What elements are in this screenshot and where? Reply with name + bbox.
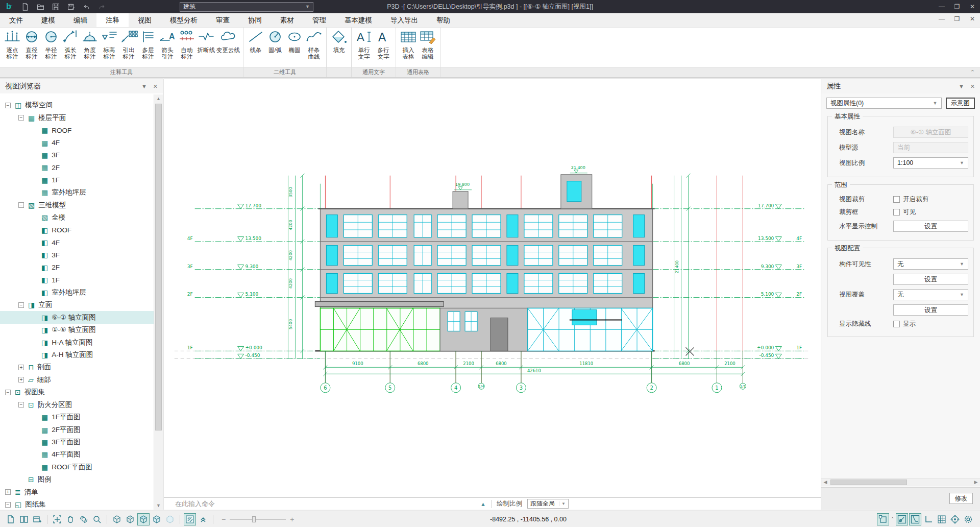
menu-item-注释[interactable]: 注释 <box>96 13 129 27</box>
tree-item-防火分区图[interactable]: −⊡防火分区图 <box>0 399 154 411</box>
panel-menu-icon[interactable]: ▼ <box>141 83 147 90</box>
tool-line-button[interactable]: 线条 <box>246 29 265 54</box>
tile-views-icon[interactable] <box>18 513 30 525</box>
tool-spline-button[interactable]: 样条 曲线 <box>304 29 324 60</box>
tool-dim-point-button[interactable]: 逐点 标注 <box>3 29 22 60</box>
collapse-icon[interactable]: − <box>18 302 24 308</box>
tree-item-1F[interactable]: ▦1F <box>0 174 154 186</box>
panel-close-icon[interactable]: ✕ <box>970 83 975 90</box>
tree-item-图例[interactable]: ⊟图例 <box>0 473 154 486</box>
hidden-line-mode-icon[interactable] <box>124 513 136 525</box>
tree-item-①-⑥ 轴立面图[interactable]: ◨①-⑥ 轴立面图 <box>0 324 154 336</box>
open-file-icon[interactable] <box>33 1 48 12</box>
tool-hatch-button[interactable]: 填充 <box>329 29 349 54</box>
tree-item-楼层平面[interactable]: −▦楼层平面 <box>0 111 154 124</box>
scroll-down-icon[interactable]: ▼ <box>154 501 163 510</box>
tree-item-室外地坪层[interactable]: ▦室外地坪层 <box>0 186 154 199</box>
tree-item-剖面[interactable]: +⊓剖面 <box>0 361 154 373</box>
scroll-right-icon[interactable]: ▶ <box>972 478 980 486</box>
shaded-mode-icon[interactable] <box>137 513 150 525</box>
panel-menu-icon[interactable]: ▼ <box>959 83 964 90</box>
panel-close-icon[interactable]: ✕ <box>153 83 158 90</box>
polar-tracking-icon[interactable] <box>896 513 908 525</box>
tree-item-细部[interactable]: +▱细部 <box>0 374 154 386</box>
property-type-dropdown[interactable]: 视图属性(0) ▼ <box>826 98 942 109</box>
settings-gear-icon[interactable] <box>962 513 974 525</box>
tool-text-single-button[interactable]: A单行 文字 <box>354 29 374 60</box>
command-history-expand-icon[interactable]: ▲ <box>480 501 486 507</box>
tool-text-multi-button[interactable]: A多行 文字 <box>374 29 393 60</box>
tree-item-ROOF平面图[interactable]: ▦ROOF平面图 <box>0 461 154 473</box>
pan-icon[interactable] <box>64 513 77 525</box>
zoom-out-icon[interactable]: − <box>222 515 226 523</box>
tree-item-三维模型[interactable]: −▧三维模型 <box>0 199 154 211</box>
undo-icon[interactable] <box>79 1 94 12</box>
tree-item-4F[interactable]: ◧4F <box>0 236 154 249</box>
tree-item-2F平面图[interactable]: ▦2F平面图 <box>0 423 154 436</box>
collapse-icon[interactable]: − <box>18 115 24 121</box>
zoom-slider[interactable]: − + <box>222 515 294 523</box>
realistic-mode-icon[interactable] <box>164 513 176 525</box>
tool-ellipse-button[interactable]: 椭圆 <box>285 29 304 54</box>
zoom-in-icon[interactable]: + <box>290 515 294 523</box>
new-view-icon[interactable] <box>5 513 17 525</box>
tool-dim-leader-button[interactable]: 引出 标注 <box>119 29 138 60</box>
new-window-icon[interactable] <box>31 513 43 525</box>
line-style-toggle-icon[interactable] <box>184 513 196 525</box>
schematic-button[interactable]: 示意图 <box>946 98 975 109</box>
tool-dim-radius-button[interactable]: 半径 标注 <box>41 29 61 60</box>
drawing-canvas[interactable]: 17.70017.70013.5004F13.5004F9.3003F9.300… <box>164 79 821 497</box>
tool-dim-diameter-button[interactable]: 直径 标注 <box>22 29 41 60</box>
menu-item-视图[interactable]: 视图 <box>129 13 161 27</box>
menu-item-基本建模[interactable]: 基本建模 <box>335 13 381 27</box>
tree-item-2F[interactable]: ◧2F <box>0 261 154 274</box>
menu-item-协同[interactable]: 协同 <box>239 13 271 27</box>
tool-auto-dim-button[interactable]: 自动 标注 <box>177 29 197 60</box>
tree-item-模型空间[interactable]: −◫模型空间 <box>0 99 154 111</box>
tool-circle-arc-button[interactable]: 圆/弧 <box>265 29 285 54</box>
component-visibility-settings-button[interactable]: 设置 <box>893 274 968 285</box>
expand-icon[interactable]: + <box>18 365 24 370</box>
doc-restore-button[interactable]: ❐ <box>949 13 965 25</box>
tree-item-4F[interactable]: ▦4F <box>0 136 154 149</box>
orbit-icon[interactable] <box>78 513 90 525</box>
menu-item-导入导出[interactable]: 导入导出 <box>381 13 427 27</box>
collapse-icon[interactable]: − <box>18 202 24 208</box>
menu-item-文件[interactable]: 文件 <box>0 13 32 27</box>
zoom-slider-thumb[interactable] <box>252 516 256 522</box>
menu-item-模型分析[interactable]: 模型分析 <box>161 13 207 27</box>
save-icon[interactable] <box>48 1 63 12</box>
tree-item-A-H 轴立面图[interactable]: ◨A-H 轴立面图 <box>0 349 154 361</box>
grid-toggle-icon[interactable] <box>936 513 948 525</box>
tree-item-1F平面图[interactable]: ▦1F平面图 <box>0 411 154 423</box>
tool-revision-cloud-button[interactable]: 变更云线 <box>216 29 240 54</box>
tree-item-3F[interactable]: ◧3F <box>0 249 154 261</box>
tool-dim-multilayer-button[interactable]: 多层 标注 <box>138 29 158 60</box>
tree-item-室外地坪层[interactable]: ◧室外地坪层 <box>0 286 154 299</box>
profile-dropdown[interactable]: 建筑 ▼ <box>180 2 313 12</box>
close-button[interactable]: ✕ <box>965 1 980 12</box>
expand-icon[interactable]: + <box>5 489 11 495</box>
ortho-mode-icon[interactable] <box>922 513 935 525</box>
tree-vertical-scrollbar[interactable]: ▲ ▼ <box>154 94 163 510</box>
wireframe-mode-icon[interactable] <box>111 513 123 525</box>
menu-item-编辑[interactable]: 编辑 <box>64 13 96 27</box>
doc-close-button[interactable]: ✕ <box>965 13 980 25</box>
modify-button[interactable]: 修改 <box>949 493 973 504</box>
tree-item-3F[interactable]: ▦3F <box>0 149 154 161</box>
menu-item-帮助[interactable]: 帮助 <box>427 13 459 27</box>
expand-icon[interactable]: + <box>18 377 24 382</box>
properties-horizontal-scrollbar[interactable]: ◀ ▶ <box>821 478 980 486</box>
tree-item-⑥-① 轴立面图[interactable]: ◨⑥-① 轴立面图 <box>0 311 154 323</box>
tree-item-ROOF[interactable]: ◧ROOF <box>0 224 154 236</box>
tool-table-edit-button[interactable]: 表格 编辑 <box>418 29 437 60</box>
selection-filter-icon[interactable] <box>877 513 889 525</box>
crop-enable-checkbox[interactable] <box>893 196 900 203</box>
menu-item-审查[interactable]: 审查 <box>207 13 239 27</box>
tree-item-视图集[interactable]: −⊡视图集 <box>0 386 154 398</box>
new-file-icon[interactable] <box>17 1 33 12</box>
view-override-settings-button[interactable]: 设置 <box>893 304 968 316</box>
draw-scale-dropdown[interactable]: 跟随全局 ▼ <box>527 499 569 509</box>
tree-item-2F[interactable]: ▦2F <box>0 161 154 174</box>
tool-dim-angle-button[interactable]: 角度 标注 <box>80 29 100 60</box>
